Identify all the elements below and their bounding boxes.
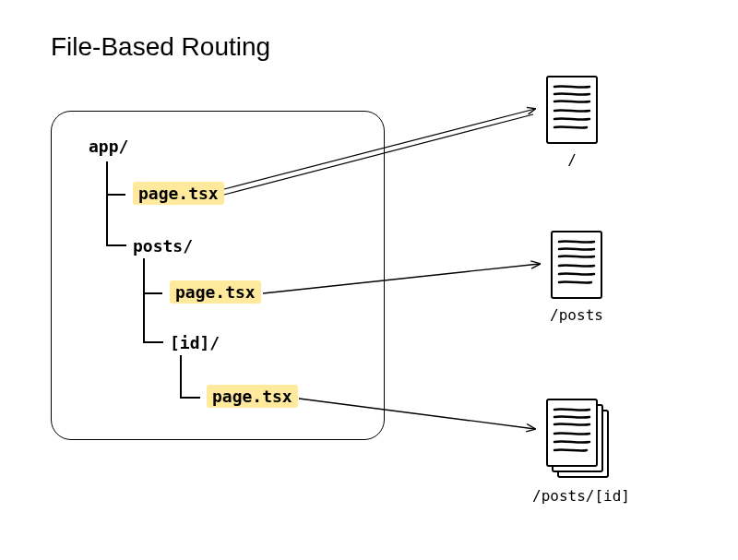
file-id-page: page.tsx <box>207 387 298 406</box>
page-icon-root <box>544 74 600 146</box>
file-tree-container: app/ page.tsx posts/ page.tsx [id]/ page… <box>51 111 385 440</box>
dir-id: [id]/ <box>170 333 220 352</box>
file-app-page: page.tsx <box>133 184 224 203</box>
route-label-post-id: /posts/[id] <box>517 487 646 505</box>
dir-app: app/ <box>89 137 128 156</box>
dir-posts: posts/ <box>133 236 193 256</box>
page-icon-posts <box>549 229 604 301</box>
route-label-posts: /posts <box>535 306 618 324</box>
page-icon-post-id <box>544 397 613 482</box>
file-posts-page-label: page.tsx <box>170 280 261 304</box>
route-label-root: / <box>544 151 600 169</box>
file-posts-page: page.tsx <box>170 282 261 302</box>
file-id-page-label: page.tsx <box>207 385 298 408</box>
diagram-title: File-Based Routing <box>51 32 270 62</box>
file-app-page-label: page.tsx <box>133 182 224 205</box>
